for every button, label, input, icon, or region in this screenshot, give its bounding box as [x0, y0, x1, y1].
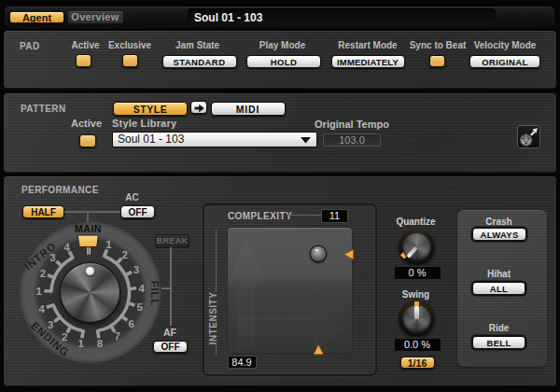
svg-text:1: 1: [78, 338, 85, 349]
svg-text:4: 4: [138, 283, 145, 294]
svg-text:7: 7: [115, 330, 120, 342]
svg-text:4: 4: [64, 242, 71, 253]
svg-text:2: 2: [62, 331, 67, 343]
svg-text:2: 2: [40, 268, 46, 279]
svg-text:FILL: FILL: [149, 281, 161, 306]
svg-text:8: 8: [97, 338, 104, 349]
svg-text:6: 6: [128, 318, 133, 329]
svg-text:3: 3: [48, 319, 53, 330]
svg-text:INTENSITY: INTENSITY: [208, 292, 218, 345]
svg-text:3: 3: [133, 264, 139, 275]
svg-text:2: 2: [121, 249, 127, 260]
svg-text:5: 5: [136, 301, 143, 313]
svg-text:MAIN: MAIN: [75, 223, 102, 234]
svg-text:1: 1: [36, 286, 43, 297]
svg-text:4: 4: [38, 303, 45, 315]
svg-text:1: 1: [105, 239, 112, 250]
